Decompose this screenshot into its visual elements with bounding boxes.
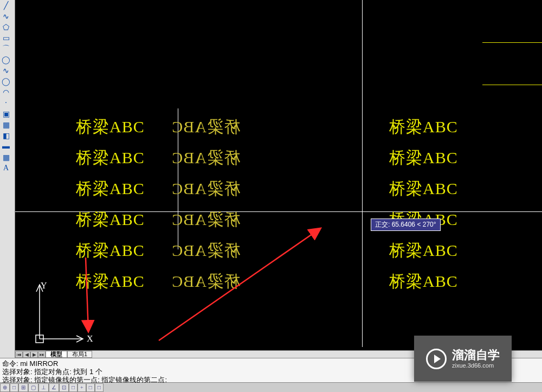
mirrored-text[interactable]: 桥梁ABC [171,209,240,231]
arc-icon[interactable]: ⌒ [1,43,11,54]
status-toggle-0[interactable]: ⊕ [0,383,10,392]
spline-icon[interactable]: ∿ [1,65,11,76]
tool-palette: ╱∿⬠▭⌒◯∿◯◠·▣▦◧▬▦A [0,0,15,392]
tab-model[interactable]: 模型 [46,351,67,358]
svg-rect-4 [36,335,43,343]
status-toggle-6[interactable]: ⊡ [59,383,69,392]
text-icon[interactable]: A [1,163,11,173]
mirrored-text[interactable]: 桥梁ABC [171,271,240,293]
mirrored-text[interactable]: 桥梁ABC [171,240,240,262]
circle-icon[interactable]: ◯ [1,54,11,65]
status-toggle-10[interactable]: □ [95,383,104,392]
cad-text[interactable]: 桥梁ABC [389,116,458,138]
svg-text:X: X [87,334,93,343]
segment-line [482,42,542,43]
cad-text[interactable]: 桥梁ABC [76,178,145,200]
cad-text[interactable]: 桥梁ABC [389,271,458,293]
cad-text[interactable]: 桥梁ABC [389,147,458,169]
crosshair-vertical [362,0,363,347]
cad-text[interactable]: 桥梁ABC [389,178,458,200]
mirrored-text[interactable]: 桥梁ABC [171,178,240,200]
status-bar: ⊕□⊞▢⊥∠⊡□+□□ [0,383,542,392]
status-toggle-4[interactable]: ⊥ [38,383,49,392]
dynamic-input-tooltip: 正交: 65.6406 < 270° [371,219,441,231]
status-toggle-3[interactable]: ▢ [28,383,38,392]
tab-first-icon[interactable]: ⏮ [15,351,23,358]
tab-next-icon[interactable]: ▶ [30,351,38,358]
ellipse-icon[interactable]: ◯ [1,76,11,87]
text-column-original: 桥梁ABC桥梁ABC桥梁ABC桥梁ABC桥梁ABC桥梁ABC [76,116,145,293]
text-column-copy: 桥梁ABC桥梁ABC桥梁ABC桥梁ABC桥梁ABC桥梁ABC [389,116,458,293]
status-toggle-2[interactable]: ⊞ [18,383,28,392]
hatch-icon[interactable]: ▦ [1,119,11,130]
cad-text[interactable]: 桥梁ABC [76,147,145,169]
cad-text[interactable]: 桥梁ABC [76,271,145,293]
tab-layout1[interactable]: 布局1 [67,351,92,358]
polygon-icon[interactable]: ⬠ [1,22,11,33]
text-column-mirrored: 桥梁ABC桥梁ABC桥梁ABC桥梁ABC桥梁ABC桥梁ABC [240,116,309,293]
drawing-area[interactable]: 桥梁ABC桥梁ABC桥梁ABC桥梁ABC桥梁ABC桥梁ABC 桥梁ABC桥梁AB… [15,0,542,347]
block-icon[interactable]: ▣ [1,108,11,119]
status-toggle-5[interactable]: ∠ [49,383,59,392]
rectangle-icon[interactable]: ▭ [1,33,11,43]
mirrored-text[interactable]: 桥梁ABC [171,116,240,138]
region-icon[interactable]: ▬ [1,141,11,152]
mirrored-text[interactable]: 桥梁ABC [171,147,240,169]
watermark-url: zixue.3d66.com [452,362,500,369]
table-icon[interactable]: ▦ [1,152,11,163]
point-icon[interactable]: · [1,98,11,108]
status-toggle-8[interactable]: + [78,383,86,392]
status-toggle-7[interactable]: □ [69,383,78,392]
cad-text[interactable]: 桥梁ABC [76,116,145,138]
line-icon[interactable]: ╱ [1,0,11,11]
status-toggle-9[interactable]: □ [86,383,95,392]
watermark-logo: 溜溜自学 zixue.3d66.com [414,336,512,382]
ellipse-arc-icon[interactable]: ◠ [1,87,11,98]
tab-prev-icon[interactable]: ◀ [23,351,30,358]
polyline-icon[interactable]: ∿ [1,11,11,22]
tab-last-icon[interactable]: ⏭ [38,351,46,358]
svg-text:Y: Y [41,281,47,290]
status-toggle-1[interactable]: □ [10,383,18,392]
cad-text[interactable]: 桥梁ABC [76,240,145,262]
play-icon [426,349,447,369]
cad-text[interactable]: 桥梁ABC [76,209,145,231]
watermark-title: 溜溜自学 [452,348,500,362]
segment-line [482,85,542,85]
cad-text[interactable]: 桥梁ABC [389,240,458,262]
gradient-icon[interactable]: ◧ [1,130,11,141]
